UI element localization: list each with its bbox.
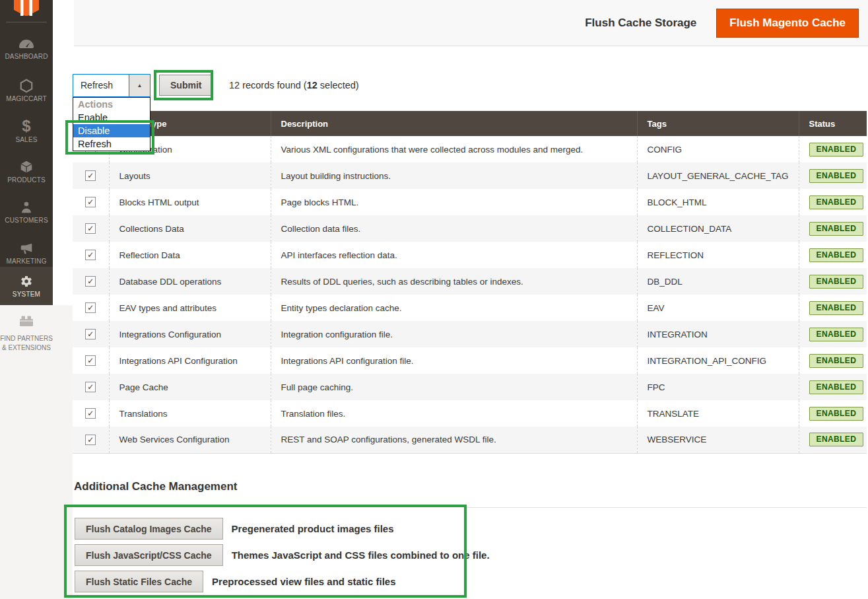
sidebar-item-dashboard[interactable]: DASHBOARD: [0, 30, 53, 69]
sidebar-item-label: MARKETING: [6, 258, 46, 265]
submit-button[interactable]: Submit: [159, 75, 213, 96]
description-cell: Various XML configurations that were col…: [271, 136, 637, 162]
status-badge: ENABLED: [809, 328, 864, 341]
tags-cell: EAV: [637, 295, 799, 321]
mass-action-dropdown: Actions EnableDisableRefresh: [73, 97, 150, 151]
cache-type-cell: Blocks HTML output: [109, 189, 271, 215]
cache-type-cell: Web Services Configuration: [109, 427, 271, 453]
status-badge: ENABLED: [809, 169, 864, 183]
description-cell: Layout building instructions.: [271, 162, 637, 189]
cache-type-cell: Reflection Data: [109, 242, 271, 268]
dropdown-options: EnableDisableRefresh: [73, 111, 150, 151]
sidebar-item-sales[interactable]: $ SALES: [0, 112, 53, 150]
sidebar-item-magiccart[interactable]: MAGICCART: [0, 71, 53, 110]
flush-cache-description: Preprocessed view files and static files: [212, 576, 395, 587]
page-actions-header: Flush Cache Storage Flush Magento Cache: [74, 0, 868, 46]
select-arrow-up-icon[interactable]: ▲: [129, 75, 150, 96]
gear-icon: [19, 274, 34, 289]
dropdown-group-label: Actions: [73, 98, 150, 111]
sidebar-item-label: CUSTOMERS: [5, 217, 48, 225]
tags-cell: WEBSERVICE: [637, 427, 799, 453]
records-count: 12 records found (12 selected): [229, 80, 359, 90]
description-cell: Collection data files.: [271, 215, 637, 242]
cache-table-row: ✓ Blocks HTML output Page blocks HTML. B…: [73, 189, 867, 215]
column-header-status[interactable]: Status: [799, 111, 867, 136]
row-checkbox[interactable]: ✓: [85, 355, 96, 366]
row-checkbox[interactable]: ✓: [85, 408, 96, 419]
row-checkbox[interactable]: ✓: [85, 250, 96, 260]
description-cell: Translation files.: [271, 400, 637, 427]
status-badge: ENABLED: [809, 433, 864, 446]
description-cell: Entity types declaration cache.: [271, 295, 637, 321]
cube-icon: [19, 160, 34, 174]
sidebar-item-system[interactable]: SYSTEM: [0, 267, 53, 305]
sidebar-item-products[interactable]: PRODUCTS: [0, 153, 53, 191]
additional-cache-title: Additional Cache Management: [74, 480, 237, 493]
description-cell: Integration configuration file.: [271, 321, 637, 347]
flush-cache-button[interactable]: Flush Catalog Images Cache: [75, 518, 223, 540]
status-badge: ENABLED: [809, 222, 864, 236]
row-checkbox[interactable]: ✓: [85, 329, 96, 339]
sidebar-item-label: DASHBOARD: [5, 53, 48, 61]
row-checkbox[interactable]: ✓: [85, 276, 96, 287]
cache-table: Cache Type Description Tags Status ✓ Con…: [73, 111, 867, 454]
row-checkbox[interactable]: ✓: [85, 302, 96, 313]
megaphone-icon: [19, 241, 34, 256]
person-icon: [19, 200, 34, 215]
cache-table-row: ✓ Page Cache Full page caching. FPC ENAB…: [73, 374, 867, 400]
cache-table-row: ✓ Database DDL operations Results of DDL…: [73, 268, 867, 295]
cache-table-row: ✓ Collections Data Collection data files…: [73, 215, 867, 242]
status-badge: ENABLED: [809, 248, 864, 262]
column-header-tags[interactable]: Tags: [637, 111, 799, 136]
dropdown-option-disable[interactable]: Disable: [73, 124, 150, 137]
cache-table-row: ✓ Web Services Configuration REST and SO…: [73, 427, 867, 453]
sidebar-gutter: [53, 0, 73, 305]
cache-table-body: ✓ Configuration Various XML configuratio…: [73, 136, 867, 453]
description-cell: Results of DDL queries, such as describi…: [271, 268, 637, 295]
dollar-icon: $: [22, 118, 30, 134]
cache-type-cell: Database DDL operations: [109, 268, 271, 295]
description-cell: API interfaces reflection data.: [271, 242, 637, 268]
mass-action-select[interactable]: Refresh ▲: [73, 74, 150, 97]
flush-magento-cache-button[interactable]: Flush Magento Cache: [716, 9, 859, 38]
section-separator: [467, 507, 867, 508]
row-checkbox[interactable]: ✓: [85, 170, 96, 181]
cache-table-row: ✓ Configuration Various XML configuratio…: [73, 136, 867, 162]
cache-table-header-row: Cache Type Description Tags Status: [73, 111, 867, 136]
sidebar-item-label: MAGICCART: [6, 95, 47, 103]
row-checkbox[interactable]: ✓: [85, 197, 96, 207]
row-checkbox[interactable]: ✓: [85, 435, 96, 445]
hexagon-icon: [19, 79, 34, 93]
row-checkbox[interactable]: ✓: [85, 382, 96, 392]
status-badge: ENABLED: [809, 275, 864, 289]
sidebar-item-label: SYSTEM: [13, 291, 40, 299]
brick-icon: [18, 313, 35, 332]
column-header-description[interactable]: Description: [271, 111, 637, 136]
dropdown-option-refresh[interactable]: Refresh: [73, 137, 150, 151]
cache-table-row: ✓ Integrations API Configuration Integra…: [73, 347, 867, 374]
flush-cache-button[interactable]: Flush JavaScript/CSS Cache: [75, 544, 223, 566]
magento-logo-icon[interactable]: [0, 0, 53, 16]
dropdown-option-enable[interactable]: Enable: [73, 111, 150, 124]
tags-cell: INTEGRATION_API_CONFIG: [637, 347, 799, 374]
tags-cell: LAYOUT_GENERAL_CACHE_TAG: [637, 162, 799, 189]
cache-type-cell: Page Cache: [109, 374, 271, 400]
sidebar-item-customers[interactable]: CUSTOMERS: [0, 193, 53, 231]
cache-table-row: ✓ Translations Translation files. TRANSL…: [73, 400, 867, 427]
tags-cell: DB_DDL: [637, 268, 799, 295]
cache-type-cell: Layouts: [109, 162, 271, 189]
sidebar-footer-label-line1: FIND PARTNERS: [0, 334, 53, 343]
flush-cache-button[interactable]: Flush Static Files Cache: [75, 571, 203, 592]
tags-cell: TRANSLATE: [637, 400, 799, 427]
tags-cell: BLOCK_HTML: [637, 189, 799, 215]
cache-table-row: ✓ Integrations Configuration Integration…: [73, 321, 867, 347]
status-badge: ENABLED: [809, 195, 864, 209]
description-cell: Full page caching.: [271, 374, 637, 400]
tags-cell: COLLECTION_DATA: [637, 215, 799, 242]
flush-cache-storage-button[interactable]: Flush Cache Storage: [585, 17, 696, 30]
sidebar-item-find-partners[interactable]: FIND PARTNERS & EXTENSIONS: [0, 313, 53, 352]
row-checkbox[interactable]: ✓: [85, 223, 96, 234]
cache-table-row: ✓ Layouts Layout building instructions. …: [73, 162, 867, 189]
admin-sidebar: DASHBOARD MAGICCART $ SALES PRODUCTS CUS…: [0, 0, 53, 305]
cache-table-row: ✓ Reflection Data API interfaces reflect…: [73, 242, 867, 268]
